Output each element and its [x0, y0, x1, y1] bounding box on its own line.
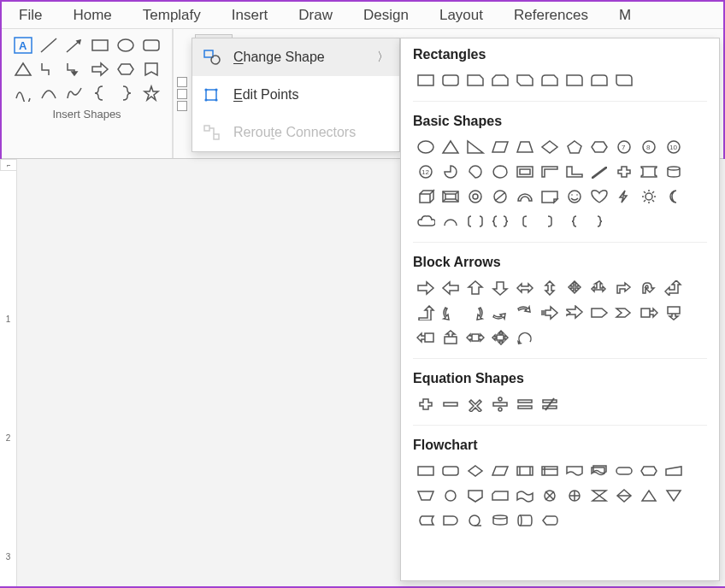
- fc-preparation[interactable]: [636, 458, 661, 483]
- ba-curved-down[interactable]: [512, 300, 537, 325]
- bs-trapezoid[interactable]: [512, 134, 537, 159]
- rect-snip2[interactable]: [487, 68, 512, 92]
- fc-connector[interactable]: [438, 483, 463, 508]
- shape-rounded-rect[interactable]: [139, 34, 163, 56]
- bs-moon[interactable]: [661, 184, 686, 209]
- ba-uturn[interactable]: [636, 275, 661, 300]
- fc-collate[interactable]: [586, 483, 611, 508]
- eq-multiply[interactable]: [463, 391, 487, 416]
- fc-card[interactable]: [487, 483, 512, 508]
- scroll-more-icon[interactable]: [177, 101, 187, 111]
- shape-hexagon[interactable]: [114, 58, 138, 80]
- menu-more[interactable]: M: [619, 7, 631, 24]
- fc-extract[interactable]: [636, 483, 661, 508]
- menu-insert[interactable]: Insert: [232, 7, 268, 24]
- menu-edit-points[interactable]: Edit Points: [192, 76, 399, 114]
- fc-document[interactable]: [562, 458, 586, 483]
- menu-templafy[interactable]: Templafy: [143, 7, 201, 24]
- rect-round1[interactable]: [562, 68, 586, 92]
- shape-arc[interactable]: [37, 82, 61, 104]
- menu-layout[interactable]: Layout: [439, 7, 483, 24]
- rect-round2[interactable]: [586, 68, 611, 92]
- ba-quad-callout[interactable]: [487, 325, 512, 350]
- bs-diamond[interactable]: [537, 134, 562, 159]
- ba-right[interactable]: [413, 275, 438, 300]
- ba-up-callout[interactable]: [438, 325, 463, 350]
- bs-teardrop[interactable]: [487, 159, 512, 184]
- fc-stored-data[interactable]: [413, 508, 438, 532]
- bs-diag-stripe[interactable]: [586, 159, 611, 184]
- ba-curved-right[interactable]: [438, 300, 463, 325]
- eq-minus[interactable]: [438, 391, 463, 416]
- rect-sniproundtl[interactable]: [537, 68, 562, 92]
- menu-design[interactable]: Design: [363, 7, 409, 24]
- ba-left[interactable]: [438, 275, 463, 300]
- shape-elbow[interactable]: [37, 58, 61, 80]
- insert-shapes-grid[interactable]: A: [11, 34, 163, 104]
- fc-data[interactable]: [487, 458, 512, 483]
- shape-curve-s[interactable]: [11, 82, 35, 104]
- fc-manual-input[interactable]: [661, 458, 686, 483]
- fc-predefined[interactable]: [512, 458, 537, 483]
- bs-plus[interactable]: [611, 159, 636, 184]
- bs-right-brace[interactable]: [586, 209, 611, 233]
- bs-ellipse[interactable]: [413, 134, 438, 159]
- menu-draw[interactable]: Draw: [298, 7, 333, 24]
- ba-left-callout[interactable]: [413, 325, 438, 350]
- ba-quad[interactable]: [562, 275, 586, 300]
- bs-pie[interactable]: [438, 159, 463, 184]
- bs-cube[interactable]: [413, 184, 438, 209]
- ba-bent[interactable]: [611, 275, 636, 300]
- bs-bevel[interactable]: [438, 184, 463, 209]
- menu-home[interactable]: Home: [73, 7, 111, 24]
- bs-chord[interactable]: [463, 159, 487, 184]
- bs-no-symbol[interactable]: [487, 184, 512, 209]
- shape-bookmark[interactable]: [139, 58, 163, 80]
- fc-sum-junction[interactable]: [537, 483, 562, 508]
- bs-smiley[interactable]: [562, 184, 586, 209]
- rect-round-diag[interactable]: [611, 68, 636, 92]
- bs-pentagon[interactable]: [562, 134, 586, 159]
- ba-curved-up[interactable]: [487, 300, 512, 325]
- ba-leftright[interactable]: [512, 275, 537, 300]
- fc-direct-access[interactable]: [512, 508, 537, 532]
- shape-block-arrow-right[interactable]: [88, 58, 112, 80]
- bs-frame[interactable]: [512, 159, 537, 184]
- bs-arc[interactable]: [438, 209, 463, 233]
- ba-updown[interactable]: [537, 275, 562, 300]
- ba-leftrightup[interactable]: [586, 275, 611, 300]
- ba-down-callout[interactable]: [661, 300, 686, 325]
- fc-decision[interactable]: [463, 458, 487, 483]
- bs-donut[interactable]: [463, 184, 487, 209]
- fc-internal-storage[interactable]: [537, 458, 562, 483]
- eq-not-equal[interactable]: [537, 391, 562, 416]
- eq-equals[interactable]: [512, 391, 537, 416]
- bs-right-bracket[interactable]: [537, 209, 562, 233]
- menu-references[interactable]: References: [514, 7, 588, 24]
- ba-notched-right[interactable]: [562, 300, 586, 325]
- rect-snip-diag[interactable]: [512, 68, 537, 92]
- fc-offpage[interactable]: [463, 483, 487, 508]
- bs-decagon[interactable]: 10: [661, 134, 686, 159]
- rect-rounded[interactable]: [438, 68, 463, 92]
- scroll-down-icon[interactable]: [177, 89, 187, 99]
- fc-process[interactable]: [413, 458, 438, 483]
- bs-plaque[interactable]: [636, 159, 661, 184]
- bs-octagon[interactable]: 8: [636, 134, 661, 159]
- fc-alt-process[interactable]: [438, 458, 463, 483]
- menu-change-shape[interactable]: Change Shape 〉: [192, 38, 399, 76]
- fc-merge[interactable]: [661, 483, 686, 508]
- bs-cylinder[interactable]: [661, 159, 686, 184]
- ba-chevron[interactable]: [611, 300, 636, 325]
- bs-heptagon[interactable]: 7: [611, 134, 636, 159]
- fc-seq-storage[interactable]: [463, 508, 487, 532]
- bs-cloud[interactable]: [413, 209, 438, 233]
- fc-multidoc[interactable]: [586, 458, 611, 483]
- scroll-up-icon[interactable]: [177, 77, 187, 87]
- fc-delay[interactable]: [438, 508, 463, 532]
- bs-sun[interactable]: [636, 184, 661, 209]
- ba-right-callout[interactable]: [636, 300, 661, 325]
- fc-display[interactable]: [537, 508, 562, 532]
- bs-l-shape[interactable]: [562, 159, 586, 184]
- rect-plain[interactable]: [413, 68, 438, 92]
